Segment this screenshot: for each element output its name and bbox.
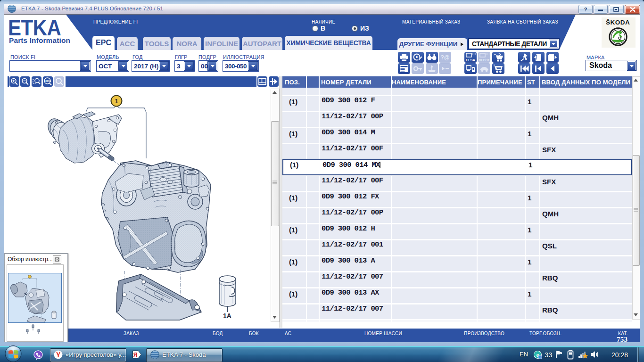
svg-text:Я: Я: [133, 352, 138, 358]
svg-text:?@: ?@: [440, 54, 449, 61]
svg-text:?: ?: [584, 7, 587, 12]
svg-text:DEPOT: DEPOT: [479, 58, 489, 62]
svg-text:100%: 100%: [44, 80, 51, 82]
svg-text:1A: 1A: [223, 312, 231, 320]
svg-text:i: i: [540, 355, 541, 359]
svg-text:ELSA: ELSA: [466, 58, 476, 62]
svg-text:1: 1: [115, 98, 118, 105]
